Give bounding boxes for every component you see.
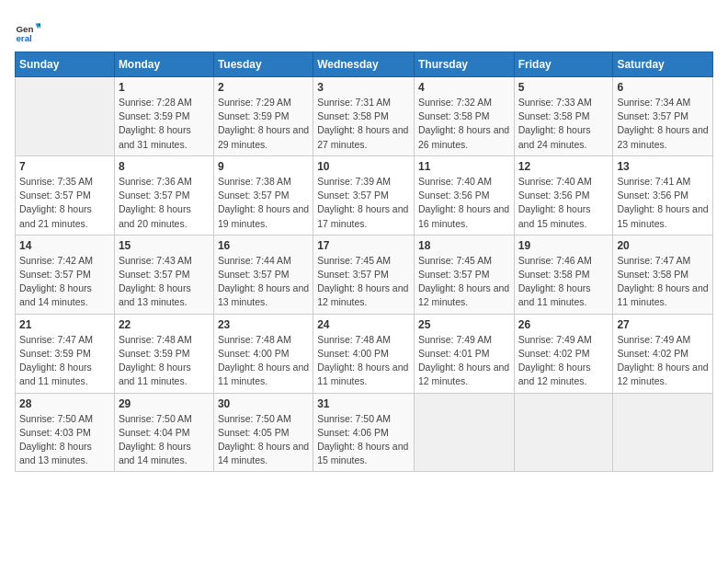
day-cell: 10Sunrise: 7:39 AMSunset: 3:57 PMDayligh… bbox=[313, 155, 415, 235]
day-number: 16 bbox=[218, 239, 309, 252]
day-number: 9 bbox=[218, 160, 309, 173]
day-number: 31 bbox=[317, 397, 410, 410]
day-cell: 7Sunrise: 7:35 AMSunset: 3:57 PMDaylight… bbox=[16, 155, 115, 235]
day-cell: 9Sunrise: 7:38 AMSunset: 3:57 PMDaylight… bbox=[213, 155, 313, 235]
day-number: 14 bbox=[19, 239, 110, 252]
day-cell: 29Sunrise: 7:50 AMSunset: 4:04 PMDayligh… bbox=[114, 393, 213, 472]
day-number: 22 bbox=[119, 318, 210, 331]
day-info: Sunrise: 7:33 AMSunset: 3:58 PMDaylight:… bbox=[518, 96, 609, 152]
day-cell: 17Sunrise: 7:45 AMSunset: 3:57 PMDayligh… bbox=[313, 235, 415, 314]
day-cell: 18Sunrise: 7:45 AMSunset: 3:57 PMDayligh… bbox=[414, 235, 514, 314]
col-header-saturday: Saturday bbox=[613, 52, 713, 77]
logo: Gen eral bbox=[15, 18, 42, 44]
day-info: Sunrise: 7:34 AMSunset: 3:57 PMDaylight:… bbox=[617, 96, 709, 152]
col-header-tuesday: Tuesday bbox=[213, 52, 313, 77]
day-cell: 22Sunrise: 7:48 AMSunset: 3:59 PMDayligh… bbox=[114, 314, 213, 393]
logo-icon: Gen eral bbox=[15, 18, 40, 44]
day-cell: 2Sunrise: 7:29 AMSunset: 3:59 PMDaylight… bbox=[213, 77, 313, 156]
day-info: Sunrise: 7:29 AMSunset: 3:59 PMDaylight:… bbox=[218, 96, 309, 152]
day-info: Sunrise: 7:49 AMSunset: 4:01 PMDaylight:… bbox=[418, 333, 510, 389]
day-number: 23 bbox=[218, 318, 309, 331]
day-number: 26 bbox=[518, 318, 609, 331]
day-cell: 25Sunrise: 7:49 AMSunset: 4:01 PMDayligh… bbox=[414, 314, 514, 393]
day-info: Sunrise: 7:46 AMSunset: 3:58 PMDaylight:… bbox=[518, 254, 609, 310]
col-header-sunday: Sunday bbox=[16, 52, 115, 77]
day-number: 12 bbox=[518, 160, 609, 173]
day-info: Sunrise: 7:47 AMSunset: 3:58 PMDaylight:… bbox=[617, 254, 709, 310]
col-header-friday: Friday bbox=[514, 52, 613, 77]
day-number: 18 bbox=[418, 239, 510, 252]
day-cell: 14Sunrise: 7:42 AMSunset: 3:57 PMDayligh… bbox=[16, 235, 115, 314]
day-info: Sunrise: 7:41 AMSunset: 3:56 PMDaylight:… bbox=[617, 175, 709, 231]
day-number: 20 bbox=[617, 239, 709, 252]
col-header-thursday: Thursday bbox=[414, 52, 514, 77]
day-number: 27 bbox=[617, 318, 709, 331]
day-cell: 8Sunrise: 7:36 AMSunset: 3:57 PMDaylight… bbox=[114, 155, 213, 235]
day-cell: 24Sunrise: 7:48 AMSunset: 4:00 PMDayligh… bbox=[313, 314, 415, 393]
day-cell: 3Sunrise: 7:31 AMSunset: 3:58 PMDaylight… bbox=[313, 77, 415, 156]
day-number: 11 bbox=[418, 160, 510, 173]
day-number: 13 bbox=[617, 160, 709, 173]
day-number: 1 bbox=[119, 81, 210, 94]
col-header-wednesday: Wednesday bbox=[313, 52, 415, 77]
day-cell: 21Sunrise: 7:47 AMSunset: 3:59 PMDayligh… bbox=[16, 314, 115, 393]
day-number: 4 bbox=[418, 81, 510, 94]
day-number: 7 bbox=[19, 160, 110, 173]
day-cell: 28Sunrise: 7:50 AMSunset: 4:03 PMDayligh… bbox=[16, 393, 115, 472]
day-info: Sunrise: 7:31 AMSunset: 3:58 PMDaylight:… bbox=[317, 96, 410, 152]
day-info: Sunrise: 7:48 AMSunset: 4:00 PMDaylight:… bbox=[317, 333, 410, 389]
day-info: Sunrise: 7:49 AMSunset: 4:02 PMDaylight:… bbox=[518, 333, 609, 389]
day-number: 10 bbox=[317, 160, 410, 173]
day-cell: 30Sunrise: 7:50 AMSunset: 4:05 PMDayligh… bbox=[213, 393, 313, 472]
day-cell: 4Sunrise: 7:32 AMSunset: 3:58 PMDaylight… bbox=[414, 77, 514, 156]
day-cell: 26Sunrise: 7:49 AMSunset: 4:02 PMDayligh… bbox=[514, 314, 613, 393]
day-info: Sunrise: 7:40 AMSunset: 3:56 PMDaylight:… bbox=[518, 175, 609, 231]
day-info: Sunrise: 7:50 AMSunset: 4:04 PMDaylight:… bbox=[119, 412, 210, 468]
day-number: 30 bbox=[218, 397, 309, 410]
day-number: 28 bbox=[19, 397, 110, 410]
day-info: Sunrise: 7:50 AMSunset: 4:03 PMDaylight:… bbox=[19, 412, 110, 468]
day-number: 19 bbox=[518, 239, 609, 252]
day-info: Sunrise: 7:49 AMSunset: 4:02 PMDaylight:… bbox=[617, 333, 709, 389]
day-cell: 5Sunrise: 7:33 AMSunset: 3:58 PMDaylight… bbox=[514, 77, 613, 156]
day-info: Sunrise: 7:45 AMSunset: 3:57 PMDaylight:… bbox=[317, 254, 410, 310]
day-number: 21 bbox=[19, 318, 110, 331]
day-cell bbox=[16, 77, 115, 156]
day-cell: 19Sunrise: 7:46 AMSunset: 3:58 PMDayligh… bbox=[514, 235, 613, 314]
day-info: Sunrise: 7:39 AMSunset: 3:57 PMDaylight:… bbox=[317, 175, 410, 231]
day-info: Sunrise: 7:48 AMSunset: 3:59 PMDaylight:… bbox=[119, 333, 210, 389]
day-info: Sunrise: 7:35 AMSunset: 3:57 PMDaylight:… bbox=[19, 175, 110, 231]
week-row: 21Sunrise: 7:47 AMSunset: 3:59 PMDayligh… bbox=[16, 314, 713, 393]
day-cell: 16Sunrise: 7:44 AMSunset: 3:57 PMDayligh… bbox=[213, 235, 313, 314]
day-info: Sunrise: 7:50 AMSunset: 4:06 PMDaylight:… bbox=[317, 412, 410, 468]
day-info: Sunrise: 7:32 AMSunset: 3:58 PMDaylight:… bbox=[418, 96, 510, 152]
week-row: 28Sunrise: 7:50 AMSunset: 4:03 PMDayligh… bbox=[16, 393, 713, 472]
day-info: Sunrise: 7:50 AMSunset: 4:05 PMDaylight:… bbox=[218, 412, 309, 468]
day-cell: 13Sunrise: 7:41 AMSunset: 3:56 PMDayligh… bbox=[613, 155, 713, 235]
day-cell: 20Sunrise: 7:47 AMSunset: 3:58 PMDayligh… bbox=[613, 235, 713, 314]
header-row: SundayMondayTuesdayWednesdayThursdayFrid… bbox=[16, 52, 713, 77]
day-number: 3 bbox=[317, 81, 410, 94]
day-cell: 15Sunrise: 7:43 AMSunset: 3:57 PMDayligh… bbox=[114, 235, 213, 314]
day-info: Sunrise: 7:44 AMSunset: 3:57 PMDaylight:… bbox=[218, 254, 309, 310]
day-info: Sunrise: 7:43 AMSunset: 3:57 PMDaylight:… bbox=[119, 254, 210, 310]
day-number: 6 bbox=[617, 81, 709, 94]
day-info: Sunrise: 7:36 AMSunset: 3:57 PMDaylight:… bbox=[119, 175, 210, 231]
day-number: 24 bbox=[317, 318, 410, 331]
week-row: 1Sunrise: 7:28 AMSunset: 3:59 PMDaylight… bbox=[16, 77, 713, 156]
day-cell: 12Sunrise: 7:40 AMSunset: 3:56 PMDayligh… bbox=[514, 155, 613, 235]
week-row: 14Sunrise: 7:42 AMSunset: 3:57 PMDayligh… bbox=[16, 235, 713, 314]
day-cell bbox=[613, 393, 713, 472]
week-row: 7Sunrise: 7:35 AMSunset: 3:57 PMDaylight… bbox=[16, 155, 713, 235]
day-number: 25 bbox=[418, 318, 510, 331]
day-number: 17 bbox=[317, 239, 410, 252]
day-info: Sunrise: 7:38 AMSunset: 3:57 PMDaylight:… bbox=[218, 175, 309, 231]
day-number: 5 bbox=[518, 81, 609, 94]
day-cell: 6Sunrise: 7:34 AMSunset: 3:57 PMDaylight… bbox=[613, 77, 713, 156]
day-number: 29 bbox=[119, 397, 210, 410]
day-number: 8 bbox=[119, 160, 210, 173]
day-info: Sunrise: 7:47 AMSunset: 3:59 PMDaylight:… bbox=[19, 333, 110, 389]
day-cell: 23Sunrise: 7:48 AMSunset: 4:00 PMDayligh… bbox=[213, 314, 313, 393]
col-header-monday: Monday bbox=[114, 52, 213, 77]
day-cell: 1Sunrise: 7:28 AMSunset: 3:59 PMDaylight… bbox=[114, 77, 213, 156]
